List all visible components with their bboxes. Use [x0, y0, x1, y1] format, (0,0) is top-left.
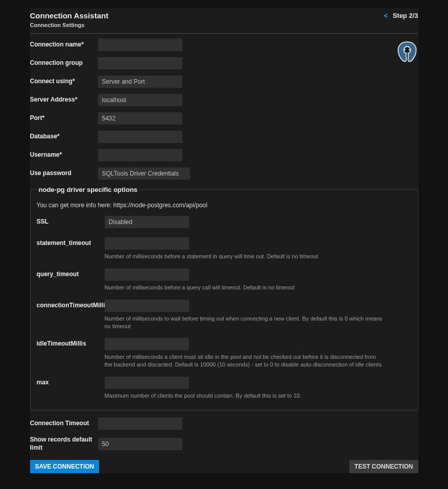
ssl-label: SSL [37, 216, 105, 226]
connection-timeout-millis-input[interactable] [105, 300, 189, 312]
server-address-label: Server Address* [30, 96, 98, 104]
query-timeout-input[interactable] [105, 268, 189, 281]
idle-timeout-millis-input[interactable] [105, 338, 189, 350]
idle-timeout-millis-hint: Number of milliseconds a client must sit… [105, 353, 383, 369]
statement-timeout-hint: Number of milliseconds before a statemen… [105, 253, 318, 260]
connection-timeout-millis-label: connectionTimeoutMillis [37, 300, 105, 310]
statement-timeout-label: statement_timeout [37, 237, 105, 248]
server-address-input[interactable] [98, 94, 182, 106]
max-label: max [37, 377, 105, 387]
username-label: Username* [30, 151, 98, 159]
ssl-select[interactable] [105, 216, 189, 228]
max-input[interactable] [105, 377, 189, 389]
max-hint: Maximum number of clients the pool shoul… [105, 392, 301, 400]
step-back-arrow-icon[interactable]: < [384, 12, 388, 19]
show-records-limit-label: Show records default limit [30, 436, 98, 452]
statement-timeout-input[interactable] [105, 237, 189, 250]
page-title: Connection Assistant [30, 11, 109, 20]
connection-timeout-label: Connection Timeout [30, 420, 98, 428]
connection-name-label: Connection name* [30, 41, 98, 49]
show-records-limit-input[interactable] [98, 438, 182, 450]
driver-options-legend: node-pg driver specific options [37, 186, 140, 193]
svg-point-1 [409, 49, 410, 51]
section-subtitle: Connection Settings [30, 22, 418, 34]
test-connection-button[interactable]: TEST CONNECTION [349, 460, 418, 473]
postgresql-logo-icon [396, 41, 418, 63]
driver-options-group: node-pg driver specific options You can … [30, 186, 418, 410]
connect-using-select[interactable] [98, 76, 182, 88]
svg-point-0 [404, 49, 406, 51]
save-connection-button[interactable]: SAVE CONNECTION [30, 460, 100, 473]
connection-group-label: Connection group [30, 59, 98, 67]
use-password-select[interactable] [98, 167, 190, 180]
connection-timeout-millis-hint: Number of milliseconds to wait before ti… [105, 315, 383, 330]
step-indicator[interactable]: < Step 2/3 [384, 12, 418, 19]
port-label: Port* [30, 114, 98, 123]
header: Connection Assistant < Step 2/3 [30, 8, 418, 22]
driver-options-info: You can get more info here: https://node… [37, 202, 412, 209]
username-input[interactable] [98, 149, 182, 161]
database-label: Database* [30, 133, 98, 141]
query-timeout-hint: Number of milliseconds before a query ca… [105, 284, 295, 291]
connection-group-input[interactable] [98, 57, 182, 69]
idle-timeout-millis-label: idleTimeoutMillis [37, 338, 105, 348]
connection-name-input[interactable] [98, 39, 182, 51]
port-input[interactable] [98, 112, 182, 125]
database-input[interactable] [98, 131, 182, 143]
connection-timeout-input[interactable] [98, 418, 182, 430]
step-label: Step 2/3 [393, 12, 418, 19]
query-timeout-label: query_timeout [37, 268, 105, 279]
connect-using-label: Connect using* [30, 78, 98, 86]
use-password-label: Use password [30, 169, 98, 178]
